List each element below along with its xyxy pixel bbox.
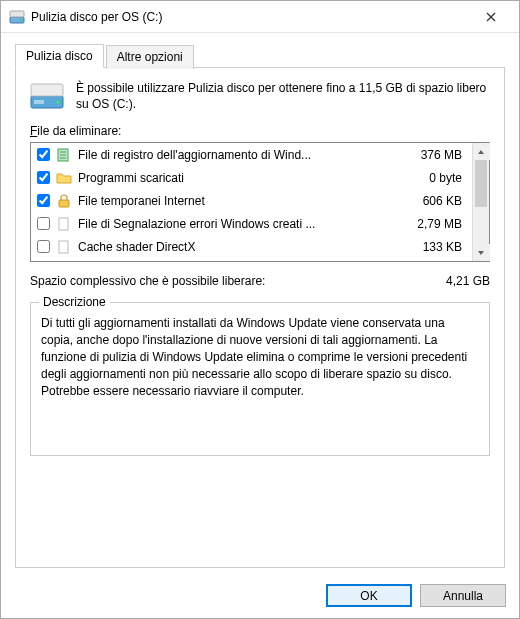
- titlebar: Pulizia disco per OS (C:): [1, 1, 519, 33]
- log-file-icon: [56, 147, 72, 163]
- cancel-button[interactable]: Annulla: [420, 584, 506, 607]
- tab-more-options[interactable]: Altre opzioni: [106, 45, 194, 69]
- totals-value: 4,21 GB: [446, 274, 490, 288]
- file-checkbox[interactable]: [37, 148, 50, 161]
- file-row[interactable]: File temporanei Internet 606 KB: [31, 189, 472, 212]
- file-size: 133 KB: [398, 240, 466, 254]
- file-row[interactable]: File di registro dell'aggiornamento di W…: [31, 143, 472, 166]
- intro-text: È possibile utilizzare Pulizia disco per…: [76, 80, 490, 112]
- file-row[interactable]: Cache shader DirectX 133 KB: [31, 235, 472, 258]
- file-checkbox[interactable]: [37, 240, 50, 253]
- file-name: File di registro dell'aggiornamento di W…: [78, 148, 392, 162]
- scroll-up-button[interactable]: [473, 143, 490, 160]
- file-name: File temporanei Internet: [78, 194, 392, 208]
- file-name: File di Segnalazione errori Windows crea…: [78, 217, 392, 231]
- tab-strip: Pulizia disco Altre opzioni: [15, 43, 505, 68]
- totals-label: Spazio complessivo che è possibile liber…: [30, 274, 265, 288]
- chevron-down-icon: [477, 250, 485, 256]
- ok-button[interactable]: OK: [326, 584, 412, 607]
- scrollbar-thumb[interactable]: [475, 160, 487, 206]
- totals-row: Spazio complessivo che è possibile liber…: [30, 274, 490, 288]
- tab-cleanup[interactable]: Pulizia disco: [15, 44, 104, 68]
- tab-panel-cleanup: È possibile utilizzare Pulizia disco per…: [15, 68, 505, 568]
- description-group: Descrizione Di tutti gli aggiornamenti i…: [30, 302, 490, 456]
- window-title: Pulizia disco per OS (C:): [31, 10, 471, 24]
- scrollbar-track[interactable]: [473, 160, 489, 244]
- svg-rect-13: [59, 200, 69, 207]
- svg-point-2: [20, 19, 22, 21]
- svg-rect-15: [59, 241, 68, 253]
- description-title: Descrizione: [39, 295, 110, 309]
- svg-rect-14: [59, 218, 68, 230]
- svg-point-7: [56, 100, 59, 103]
- scrollbar[interactable]: [472, 143, 489, 261]
- file-list: File di registro dell'aggiornamento di W…: [30, 142, 490, 262]
- close-button[interactable]: [471, 3, 511, 31]
- svg-rect-1: [10, 11, 24, 17]
- file-size: 376 MB: [398, 148, 466, 162]
- file-checkbox[interactable]: [37, 171, 50, 184]
- dialog-buttons: OK Annulla: [326, 584, 506, 607]
- file-icon: [56, 216, 72, 232]
- intro-row: È possibile utilizzare Pulizia disco per…: [30, 80, 490, 112]
- file-size: 606 KB: [398, 194, 466, 208]
- svg-rect-8: [34, 100, 44, 104]
- file-row[interactable]: Programmi scaricati 0 byte: [31, 166, 472, 189]
- close-icon: [486, 12, 496, 22]
- file-size: 2,79 MB: [398, 217, 466, 231]
- file-row[interactable]: File di Segnalazione errori Windows crea…: [31, 212, 472, 235]
- drive-icon: [30, 82, 64, 112]
- chevron-up-icon: [477, 149, 485, 155]
- file-checkbox[interactable]: [37, 194, 50, 207]
- scroll-down-button[interactable]: [473, 244, 490, 261]
- file-icon: [56, 239, 72, 255]
- description-text: Di tutti gli aggiornamenti installati da…: [41, 315, 479, 445]
- file-size: 0 byte: [398, 171, 466, 185]
- files-label: File da eliminare:: [30, 124, 490, 138]
- svg-rect-6: [31, 84, 63, 96]
- lock-icon: [56, 193, 72, 209]
- file-name: Programmi scaricati: [78, 171, 392, 185]
- file-checkbox[interactable]: [37, 217, 50, 230]
- file-name: Cache shader DirectX: [78, 240, 392, 254]
- drive-cleanup-title-icon: [9, 9, 25, 25]
- folder-icon: [56, 170, 72, 186]
